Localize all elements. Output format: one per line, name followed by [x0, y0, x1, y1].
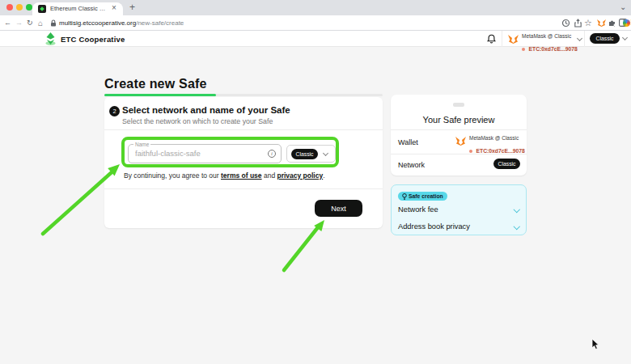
preview-network-label: Network — [398, 161, 425, 169]
zoom-window-button[interactable] — [26, 4, 32, 11]
bookmark-star-icon[interactable]: ☆ — [584, 19, 592, 27]
url-domain: multisig.etccooperative.org — [59, 19, 136, 27]
metamask-extension-icon[interactable] — [597, 19, 606, 27]
new-tab-icon[interactable]: + — [129, 3, 135, 11]
preview-mini-badge — [453, 103, 464, 107]
preview-network-pill: Classic — [493, 159, 520, 169]
create-safe-card: 2 Select network and name of your Safe S… — [104, 97, 383, 228]
tab-favicon — [38, 5, 46, 13]
wallet-name: MetaMask @ Classic — [522, 33, 571, 39]
next-button[interactable]: Next — [315, 200, 362, 217]
network-fee-chevron-icon[interactable] — [514, 206, 520, 213]
reload-icon[interactable]: ↻ — [27, 19, 33, 27]
wallet-address: ETC:0xd7cE...9078 — [528, 46, 577, 52]
history-icon[interactable] — [561, 19, 570, 28]
safe-name-input[interactable] — [135, 149, 256, 158]
step-title: Select network and name of your Safe — [122, 105, 290, 115]
address-book-chevron-icon[interactable] — [514, 223, 520, 230]
close-window-button[interactable] — [6, 4, 13, 11]
address-book-privacy-accordion[interactable]: Address book privacy — [398, 222, 470, 231]
url-path: /new-safe/create — [136, 19, 184, 27]
safe-creation-badge: Safe creation — [398, 192, 447, 201]
notifications-bell-icon[interactable] — [487, 34, 496, 44]
brand-name[interactable]: ETC Cooperative — [61, 35, 125, 44]
safe-name-field[interactable]: Name i — [128, 144, 282, 163]
progress-bar — [104, 94, 383, 96]
safe-preview-card: Your Safe preview Wallet MetaMask @ Clas… — [391, 95, 527, 176]
name-field-label: Name — [133, 142, 150, 147]
wallet-chevron-down-icon — [577, 36, 582, 41]
browser-menu-icon[interactable]: ⋮ — [628, 19, 631, 27]
preview-title: Your Safe preview — [391, 115, 527, 125]
connected-wallet-button[interactable]: MetaMask @ Classic ETC:0xd7cE...9078 — [506, 32, 584, 46]
mouse-cursor — [591, 339, 601, 350]
tab-search-chevron-icon[interactable]: ⌄ — [620, 3, 626, 11]
wallet-identicon — [522, 48, 525, 51]
step-number-badge: 2 — [109, 106, 120, 116]
browser-window: Ethereum Classic multisig – Cr × + ⌄ ← →… — [0, 0, 631, 364]
preview-wallet-address: ETC:0xd7cE...9078 — [476, 148, 524, 154]
terms-text: By continuing, you agree to our terms of… — [124, 171, 325, 180]
url-bar[interactable]: multisig.etccooperative.org/new-safe/cre… — [59, 19, 184, 27]
network-select-chevron-icon — [323, 150, 328, 155]
network-select[interactable]: Classic — [286, 145, 336, 163]
header-network-switcher[interactable]: Classic — [590, 33, 620, 44]
metamask-fox-icon — [508, 34, 519, 44]
tab-close-icon[interactable]: × — [112, 4, 116, 12]
privacy-policy-link[interactable]: privacy policy — [277, 171, 323, 180]
info-icon[interactable]: i — [268, 150, 276, 158]
network-select-value: Classic — [291, 149, 318, 159]
terms-of-use-link[interactable]: terms of use — [221, 171, 262, 180]
extensions-puzzle-icon[interactable] — [608, 19, 616, 27]
step-subtitle: Select the network on which to create yo… — [122, 117, 273, 125]
home-icon[interactable]: ⌂ — [38, 19, 43, 28]
wallet-address-row: ETC:0xd7cE...9078 — [522, 40, 578, 54]
preview-wallet-label: Wallet — [398, 138, 418, 146]
back-icon[interactable]: ← — [4, 19, 11, 27]
metamask-fox-icon — [455, 136, 466, 146]
preview-wallet-name: MetaMask @ Classic — [469, 135, 519, 141]
forward-icon[interactable]: → — [15, 19, 23, 27]
lock-icon — [50, 19, 57, 27]
preview-identicon — [469, 150, 472, 153]
etc-logo-icon — [44, 32, 57, 46]
safe-creation-panel: Safe creation Network fee Address book p… — [391, 184, 527, 235]
page-title: Create new Safe — [104, 77, 207, 91]
network-fee-accordion[interactable]: Network fee — [398, 205, 438, 214]
share-icon[interactable] — [574, 19, 582, 28]
tab-title: Ethereum Classic multisig – Cr — [50, 5, 108, 12]
minimize-window-button[interactable] — [16, 4, 23, 11]
lightbulb-icon — [402, 193, 407, 200]
